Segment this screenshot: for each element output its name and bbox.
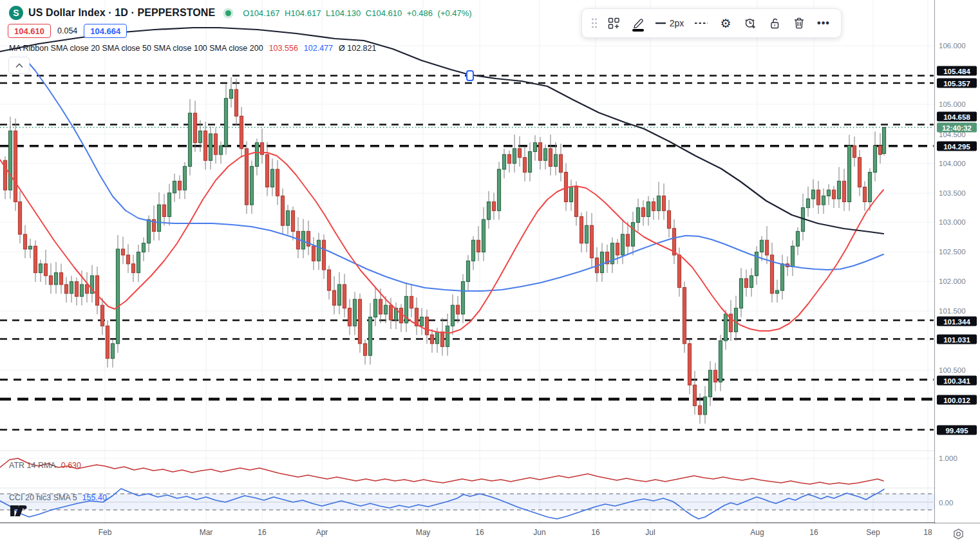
- spread-value: 0.054: [57, 26, 77, 35]
- symbol-legend: S US Dollar Index · 1D · PEPPERSTONE O10…: [9, 5, 472, 21]
- quote-row: 104.610 0.054 104.664: [8, 23, 127, 39]
- ma-ribbon-legend[interactable]: MA Ribbon SMA close 20 SMA close 50 SMA …: [9, 44, 376, 53]
- time-label: Apr: [316, 528, 328, 537]
- symbol-title[interactable]: US Dollar Index · 1D · PEPPERSTONE: [28, 7, 215, 19]
- more-options-button[interactable]: •••: [813, 12, 834, 34]
- ohlc-values: O104.167 H104.617 L104.130 C104.610 +0.4…: [243, 8, 471, 18]
- price-level-badge: 100.341: [937, 376, 977, 386]
- time-label: Aug: [750, 528, 764, 537]
- price-label: 105.000: [939, 100, 977, 108]
- ellipsis-icon: •••: [817, 17, 830, 29]
- line-width-button[interactable]: 2px: [652, 12, 688, 34]
- settings-button[interactable]: ⚙: [715, 12, 737, 34]
- time-label: 16: [809, 528, 818, 537]
- tradingview-logo[interactable]: [10, 505, 32, 518]
- sma20-value: 103.556: [269, 44, 298, 53]
- drawing-toolbar: 2px ⚙: [581, 8, 842, 38]
- axis-settings-button[interactable]: [948, 527, 968, 541]
- add-to-layout-button[interactable]: [603, 12, 625, 34]
- color-swatch: [632, 29, 644, 32]
- price-level-badge: 101.344: [937, 317, 977, 326]
- atr-label: ATR 14 RMA: [9, 461, 56, 470]
- pencil-icon: [632, 17, 645, 30]
- price-label: 106.000: [939, 42, 977, 50]
- price-label: 103.000: [939, 218, 977, 226]
- price-label: 103.500: [939, 189, 977, 197]
- time-label: 18: [923, 528, 932, 537]
- price-level-badge: 99.495: [937, 426, 977, 435]
- time-label: Mar: [200, 528, 213, 537]
- price-level-badge: 104.658: [937, 112, 977, 122]
- dashed-line-icon: [695, 22, 708, 24]
- drawing-selection-handle: [467, 71, 473, 80]
- cci-legend[interactable]: CCI 20 hlc3 SMA 5 155.40: [9, 493, 107, 502]
- cci-value: 155.40: [82, 493, 107, 502]
- time-label: May: [416, 528, 431, 537]
- ask-price-badge[interactable]: 104.664: [84, 24, 127, 38]
- chevron-up-icon: [15, 63, 23, 68]
- price-label: 104.000: [939, 160, 977, 167]
- delete-button[interactable]: [788, 12, 810, 34]
- price-level-badge: 105.357: [937, 79, 977, 88]
- time-label: Jul: [645, 528, 655, 537]
- time-label: 16: [591, 528, 599, 537]
- ma-ribbon-label: MA Ribbon SMA close 20 SMA close 50 SMA …: [9, 44, 263, 53]
- alarm-plus-icon: [744, 17, 757, 30]
- sma50-value: 102.477: [304, 44, 333, 53]
- price-label: 102.500: [939, 248, 977, 256]
- drag-dots-icon: [591, 17, 598, 29]
- collapse-legend-button[interactable]: [8, 57, 30, 74]
- add-alert-button[interactable]: [739, 12, 761, 34]
- trash-icon: [793, 17, 805, 30]
- cci-label: CCI 20 hlc3 SMA 5: [9, 493, 77, 502]
- lock-button[interactable]: [764, 12, 786, 34]
- sma-average-value: Ø 102.821: [339, 44, 376, 53]
- price-axis[interactable]: 106.000105.000104.500104.000103.500103.0…: [935, 0, 980, 523]
- trading-chart-app: S US Dollar Index · 1D · PEPPERSTONE O10…: [0, 0, 980, 544]
- widgets-plus-icon: [607, 17, 620, 30]
- symbol-logo[interactable]: S: [9, 6, 23, 20]
- time-axis[interactable]: FebMar16AprMay16Jun16JulAug16Sep18: [0, 523, 980, 544]
- bar-countdown-badge: 12:40:32: [937, 123, 977, 133]
- unlock-icon: [769, 17, 780, 30]
- price-label: 102.000: [939, 277, 977, 285]
- time-label: 16: [475, 528, 484, 537]
- hexagon-settings-icon: [952, 528, 965, 540]
- line-style-button[interactable]: [690, 12, 712, 34]
- toolbar-drag-handle[interactable]: [589, 12, 600, 34]
- time-label: 16: [258, 528, 266, 537]
- line-width-icon: [655, 22, 666, 24]
- price-level-badge: 104.295: [937, 142, 977, 151]
- line-width-label: 2px: [670, 18, 684, 28]
- price-level-badge: 101.031: [937, 335, 977, 344]
- atr-legend[interactable]: ATR 14 RMA 0.630: [9, 461, 81, 470]
- chart-canvas[interactable]: [0, 0, 980, 544]
- price-label: 101.500: [939, 307, 977, 315]
- time-label: Jun: [533, 528, 545, 537]
- drawing-color-button[interactable]: [627, 12, 649, 34]
- time-label: Sep: [866, 528, 880, 537]
- bid-price-badge[interactable]: 104.610: [8, 24, 51, 38]
- atr-value: 0.630: [61, 461, 81, 470]
- market-status-dot[interactable]: [225, 10, 231, 16]
- time-label: Feb: [99, 528, 112, 537]
- price-label: 0.00: [939, 499, 977, 507]
- price-level-badge: 100.012: [937, 395, 977, 405]
- gear-icon: ⚙: [720, 17, 731, 30]
- price-label: 100.500: [939, 366, 977, 374]
- price-level-badge: 105.484: [937, 66, 977, 76]
- price-label: 1.000: [939, 455, 977, 462]
